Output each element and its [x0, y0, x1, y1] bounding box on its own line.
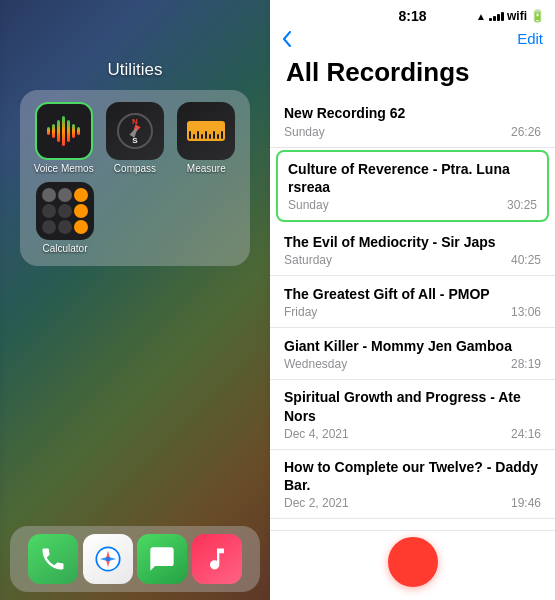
signal-bar-1 [489, 18, 492, 21]
voice-memos-label: Voice Memos [34, 163, 94, 174]
signal-bar-2 [493, 16, 496, 21]
measure-label: Measure [187, 163, 226, 174]
measure-icon [177, 102, 235, 160]
location-icon: ▲ [476, 11, 486, 22]
recording-meta: Dec 2, 202119:46 [284, 496, 541, 510]
phone-svg [39, 545, 67, 573]
recording-duration: 40:25 [511, 253, 541, 267]
safari-dock-icon[interactable] [83, 534, 133, 584]
wifi-icon: wifi [507, 9, 527, 23]
recording-item[interactable]: New Recording 62Sunday26:26 [270, 96, 555, 148]
recording-item[interactable]: The Evil of Mediocrity - Sir JapsSaturda… [270, 224, 555, 276]
measure-app[interactable]: Measure [175, 102, 238, 174]
bottom-bar [270, 530, 555, 600]
signal-bars [489, 11, 504, 21]
compass-circle: N S [117, 113, 153, 149]
recording-day: Dec 4, 2021 [284, 427, 349, 441]
calculator-row: Calculator [32, 182, 238, 254]
calculator-app[interactable]: Calculator [36, 182, 94, 254]
music-svg [203, 545, 231, 573]
recording-item[interactable]: New Recording 61Dec 1, 202131:29 [270, 519, 555, 530]
calc-btn-1 [42, 188, 56, 202]
measure-ruler [187, 121, 225, 141]
recording-title: How to Complete our Twelve? - Daddy Bar. [284, 458, 541, 494]
signal-bar-4 [501, 12, 504, 21]
status-icons: ▲ wifi 🔋 [476, 9, 545, 23]
messages-dock-icon[interactable] [137, 534, 187, 584]
recording-meta: Dec 4, 202124:16 [284, 427, 541, 441]
recording-duration: 30:25 [507, 198, 537, 212]
recording-meta: Sunday30:25 [288, 198, 537, 212]
calc-btn-8 [58, 220, 72, 234]
voice-wave [47, 116, 80, 146]
recording-day: Sunday [288, 198, 329, 212]
recording-title: Spiritual Growth and Progress - Ate Nors [284, 388, 541, 424]
recording-meta: Friday13:06 [284, 305, 541, 319]
recording-duration: 26:26 [511, 125, 541, 139]
calculator-label: Calculator [42, 243, 87, 254]
voice-memos-icon [35, 102, 93, 160]
compass-s: S [132, 136, 137, 145]
recording-item[interactable]: Spiritual Growth and Progress - Ate Nors… [270, 380, 555, 449]
phone-dock-icon[interactable] [28, 534, 78, 584]
dock [10, 526, 260, 592]
calculator-grid [36, 182, 94, 240]
record-button[interactable] [388, 537, 438, 587]
recording-day: Dec 2, 2021 [284, 496, 349, 510]
signal-bar-3 [497, 14, 500, 21]
calc-btn-9 [74, 220, 88, 234]
recording-title: Giant Killer - Mommy Jen Gamboa [284, 337, 541, 355]
home-screen: Utilities [0, 0, 270, 600]
calc-btn-5 [58, 204, 72, 218]
recording-title: Culture of Reverence - Ptra. Luna rsreaa [288, 160, 537, 196]
calc-btn-2 [58, 188, 72, 202]
recording-title: The Evil of Mediocrity - Sir Japs [284, 233, 541, 251]
nav-bar: Edit [270, 28, 555, 53]
calc-btn-4 [42, 204, 56, 218]
recording-item[interactable]: How to Complete our Twelve? - Daddy Bar.… [270, 450, 555, 519]
edit-button[interactable]: Edit [517, 30, 543, 47]
folder-label: Utilities [108, 60, 163, 80]
battery-icon: 🔋 [530, 9, 545, 23]
compass-label: Compass [114, 163, 156, 174]
recording-title: New Recording 62 [284, 104, 541, 122]
recording-item[interactable]: Culture of Reverence - Ptra. Luna rsreaa… [276, 150, 549, 222]
recording-duration: 28:19 [511, 357, 541, 371]
recording-item[interactable]: Giant Killer - Mommy Jen GamboaWednesday… [270, 328, 555, 380]
folder-grid: Voice Memos N S Compass [32, 102, 238, 174]
page-title: All Recordings [270, 53, 555, 96]
back-button[interactable] [282, 31, 292, 47]
compass-icon: N S [106, 102, 164, 160]
voice-memos-app[interactable]: Voice Memos [32, 102, 95, 174]
recordings-list: New Recording 62Sunday26:26Culture of Re… [270, 96, 555, 530]
status-bar: 8:18 ▲ wifi 🔋 [270, 0, 555, 28]
recording-meta: Saturday40:25 [284, 253, 541, 267]
recording-meta: Wednesday28:19 [284, 357, 541, 371]
recording-item[interactable]: The Greatest Gift of All - PMOPFriday13:… [270, 276, 555, 328]
recording-duration: 24:16 [511, 427, 541, 441]
calc-btn-7 [42, 220, 56, 234]
recording-title: The Greatest Gift of All - PMOP [284, 285, 541, 303]
recording-meta: Sunday26:26 [284, 125, 541, 139]
voice-memos-screen: 8:18 ▲ wifi 🔋 Edit All Recordings New Re… [270, 0, 555, 600]
compass-app[interactable]: N S Compass [103, 102, 166, 174]
utilities-folder: Utilities [20, 60, 250, 266]
folder-container: Voice Memos N S Compass [20, 90, 250, 266]
recording-day: Sunday [284, 125, 325, 139]
recording-day: Friday [284, 305, 317, 319]
music-dock-icon[interactable] [192, 534, 242, 584]
calculator-icon [36, 182, 94, 240]
calc-btn-6 [74, 204, 88, 218]
safari-svg [94, 545, 122, 573]
recording-duration: 19:46 [511, 496, 541, 510]
status-time: 8:18 [398, 8, 426, 24]
messages-svg [148, 545, 176, 573]
recording-duration: 13:06 [511, 305, 541, 319]
back-chevron-icon [282, 31, 292, 47]
recording-day: Saturday [284, 253, 332, 267]
calc-btn-3 [74, 188, 88, 202]
recording-day: Wednesday [284, 357, 347, 371]
